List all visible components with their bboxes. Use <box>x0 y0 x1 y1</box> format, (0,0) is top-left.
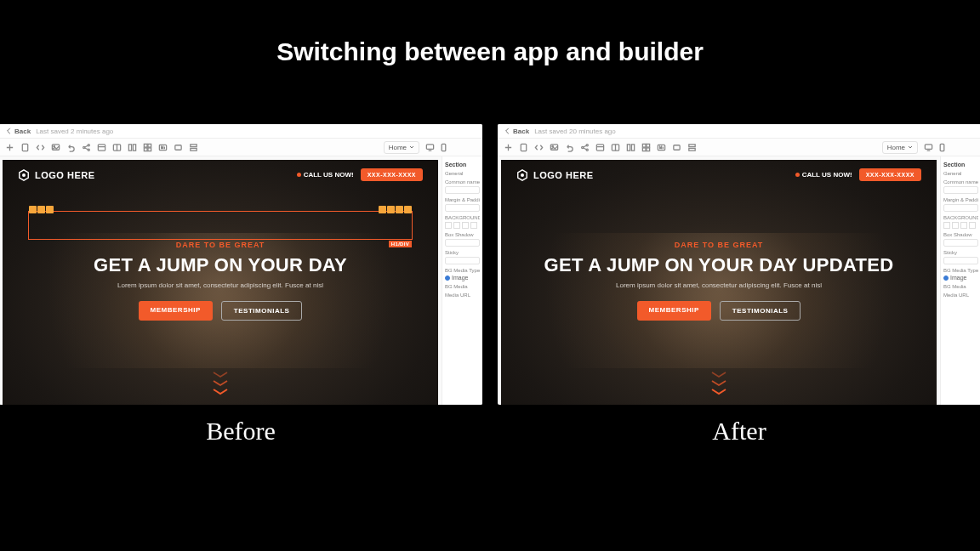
props-color-swatches[interactable] <box>943 222 978 229</box>
grid-icon[interactable] <box>641 142 651 152</box>
ab-test-icon[interactable] <box>656 142 666 152</box>
last-saved-text: Last saved 2 minutes ago <box>36 128 113 135</box>
add-icon[interactable] <box>4 142 14 152</box>
handle-icon[interactable] <box>396 206 403 213</box>
image-compose-icon[interactable] <box>50 142 60 152</box>
columns-icon[interactable] <box>127 142 137 152</box>
back-button[interactable]: Back <box>6 128 31 135</box>
mobile-icon[interactable] <box>937 142 947 152</box>
hero-heading[interactable]: GET A JUMP ON YOUR DAY UPDATED <box>527 254 911 276</box>
logo-hex-icon <box>18 169 30 181</box>
undo-icon[interactable] <box>564 142 574 152</box>
selection-handles-right[interactable] <box>379 206 412 213</box>
props-image-radio-label: Image <box>950 275 966 281</box>
layout-split-icon[interactable] <box>96 142 106 152</box>
props-boxshadow-label: Box Shadow <box>943 232 978 237</box>
membership-button[interactable]: MEMBERSHIP <box>139 301 213 321</box>
hero-subtitle[interactable]: Lorem ipsum dolor sit amet, consectetur … <box>527 281 911 289</box>
hero-heading[interactable]: GET A JUMP ON YOUR DAY <box>28 254 413 276</box>
layout-icon[interactable] <box>610 142 620 152</box>
image-compose-icon[interactable] <box>549 142 559 152</box>
page-icon[interactable] <box>518 142 528 152</box>
props-margin-input[interactable] <box>445 204 480 212</box>
desktop-icon[interactable] <box>923 142 933 152</box>
before-pane: Back Last saved 2 minutes ago <box>0 124 482 446</box>
svg-rect-31 <box>631 144 634 150</box>
props-image-radio[interactable]: Image <box>943 275 978 281</box>
svg-rect-22 <box>521 144 526 151</box>
before-caption: Before <box>0 417 482 446</box>
page-icon[interactable] <box>20 142 30 152</box>
props-bgmedia-type-label: BG Media Type <box>445 268 480 273</box>
scroll-chevrons-icon[interactable] <box>709 371 728 396</box>
code-icon[interactable] <box>35 142 45 152</box>
layout-icon[interactable] <box>111 142 122 152</box>
hero-subtitle[interactable]: Lorem ipsum dolor sit amet, consectetur … <box>28 281 413 289</box>
arrow-left-icon <box>6 128 13 134</box>
props-color-swatches[interactable] <box>445 222 480 229</box>
props-boxshadow-select[interactable] <box>445 239 480 247</box>
selection-handles-left[interactable] <box>29 206 54 213</box>
props-sticky-label: Sticky <box>943 250 978 255</box>
section-icon[interactable] <box>173 142 183 152</box>
add-icon[interactable] <box>503 142 513 152</box>
layout-split-icon[interactable] <box>595 142 605 152</box>
props-sticky-label: Sticky <box>445 250 480 255</box>
testimonials-button[interactable]: TESTIMONIALS <box>221 301 303 321</box>
handle-icon[interactable] <box>404 206 412 213</box>
props-general-tab[interactable]: General <box>445 171 480 176</box>
props-sticky-select[interactable] <box>943 257 978 264</box>
props-common-label: Common name <box>943 179 978 185</box>
ab-test-icon[interactable] <box>157 142 168 152</box>
columns-icon[interactable] <box>625 142 635 152</box>
undo-icon[interactable] <box>66 142 76 152</box>
call-now-text: CALL US NOW! <box>802 171 852 179</box>
grid-icon[interactable] <box>142 142 152 152</box>
props-bgmedia-type-label: BG Media Type <box>943 268 978 273</box>
section-icon[interactable] <box>671 142 681 152</box>
share-icon[interactable] <box>81 142 91 152</box>
call-now-label: CALL US NOW! <box>297 171 354 179</box>
handle-icon[interactable] <box>379 206 386 213</box>
props-sticky-select[interactable] <box>445 257 480 264</box>
handle-icon[interactable] <box>46 206 54 213</box>
handle-icon[interactable] <box>29 206 37 213</box>
props-image-radio[interactable]: Image <box>445 275 480 281</box>
code-icon[interactable] <box>533 142 544 152</box>
phone-button[interactable]: XXX-XXX-XXXX <box>361 168 423 181</box>
svg-rect-12 <box>144 147 147 151</box>
props-boxshadow-select[interactable] <box>943 239 978 247</box>
site-logo[interactable]: LOGO HERE <box>516 169 594 181</box>
membership-button[interactable]: MEMBERSHIP <box>637 301 711 321</box>
mobile-icon[interactable] <box>438 142 448 152</box>
props-margin-input[interactable] <box>943 204 978 212</box>
props-general-tab[interactable]: General <box>943 171 978 176</box>
last-saved-text: Last saved 20 minutes ago <box>534 128 616 135</box>
testimonials-button[interactable]: TESTIMONIALS <box>720 301 801 321</box>
canvas-hero-section[interactable]: LOGO HERE CALL US NOW! XXX-XXX-XXXX <box>501 160 937 405</box>
props-section-name-input[interactable] <box>943 186 978 194</box>
site-logo[interactable]: LOGO HERE <box>18 169 95 181</box>
svg-point-2 <box>53 145 54 146</box>
props-bg-color-label: BACKGROUND COLOR <box>445 215 480 220</box>
layers-icon[interactable] <box>188 142 198 152</box>
page-dropdown[interactable]: Home <box>882 141 918 154</box>
back-button[interactable]: Back <box>504 128 529 135</box>
selection-outline[interactable]: H1/DIV <box>28 211 413 240</box>
layers-icon[interactable] <box>687 142 697 152</box>
handle-icon[interactable] <box>387 206 395 213</box>
props-section-name-input[interactable] <box>445 186 480 194</box>
props-boxshadow-label: Box Shadow <box>445 232 480 237</box>
svg-rect-34 <box>642 147 646 151</box>
scroll-chevrons-icon[interactable] <box>211 371 230 396</box>
hero-pretitle[interactable]: DARE TO BE GREAT <box>28 241 413 249</box>
canvas-hero-section[interactable]: LOGO HERE CALL US NOW! XXX-XXX-XXXX <box>3 160 438 405</box>
handle-icon[interactable] <box>37 206 45 213</box>
hero-pretitle[interactable]: DARE TO BE GREAT <box>527 241 911 249</box>
svg-rect-30 <box>627 144 630 150</box>
props-section-header: Section <box>445 162 480 168</box>
desktop-icon[interactable] <box>424 142 435 152</box>
phone-button[interactable]: XXX-XXX-XXXX <box>859 168 921 181</box>
page-dropdown[interactable]: Home <box>384 141 419 154</box>
share-icon[interactable] <box>579 142 590 152</box>
